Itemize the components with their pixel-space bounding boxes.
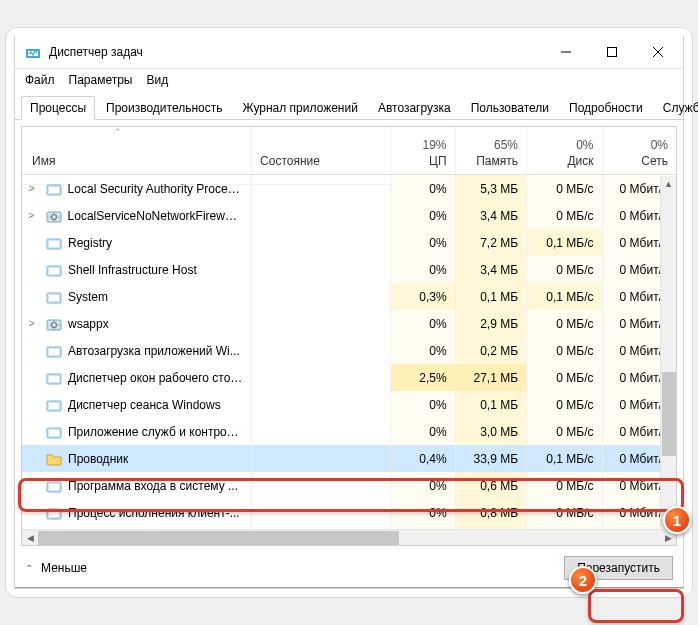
tab-3[interactable]: Автозагрузка: [369, 96, 460, 120]
process-state-cell: [252, 202, 391, 229]
col-cpu[interactable]: 19%ЦП: [391, 127, 456, 174]
process-table: ⌃ Имя Состояние 19%ЦП 65%Память 0%Диск 0…: [21, 126, 677, 546]
menu-file[interactable]: Файл: [25, 73, 55, 87]
expand-icon[interactable]: >: [26, 210, 37, 221]
svg-rect-31: [49, 403, 59, 409]
scroll-left-icon[interactable]: ◀: [22, 530, 38, 545]
table-row[interactable]: Диспетчер окон рабочего стола2,5%27,1 МБ…: [22, 364, 676, 391]
mem-cell: 27,1 МБ: [456, 364, 528, 391]
maximize-button[interactable]: [589, 36, 635, 69]
scroll-thumb[interactable]: [662, 372, 676, 456]
table-row[interactable]: Программа входа в систему ...0%0,6 МБ0 М…: [22, 472, 676, 499]
svg-rect-7: [49, 187, 59, 193]
hscroll-thumb[interactable]: [38, 531, 399, 545]
process-name-cell[interactable]: >wsappx: [22, 310, 252, 337]
table-row[interactable]: Автозагрузка приложений Wi...0%0,2 МБ0 М…: [22, 337, 676, 364]
disk-cell: 0,1 МБ/с: [527, 445, 602, 472]
process-icon: [46, 262, 62, 278]
menu-view[interactable]: Вид: [146, 73, 168, 87]
disk-cell: 0,1 МБ/с: [527, 283, 602, 310]
disk-cell: 0 МБ/с: [527, 256, 602, 283]
minimize-button[interactable]: [543, 36, 589, 69]
scroll-up-icon[interactable]: ▲: [661, 176, 676, 192]
titlebar[interactable]: Диспетчер задач: [15, 36, 683, 69]
table-row[interactable]: Shell Infrastructure Host0%3,4 МБ0 МБ/с0…: [22, 256, 676, 283]
vertical-scrollbar[interactable]: ▲ ▼: [660, 176, 676, 527]
svg-rect-15: [49, 241, 59, 247]
process-name-cell[interactable]: >LocalServiceNoNetworkFirewall ...: [22, 202, 252, 229]
table-row[interactable]: Registry0%7,2 МБ0,1 МБ/с0 Мбит/с: [22, 229, 676, 256]
table-row[interactable]: Проводник0,4%33,9 МБ0,1 МБ/с0 Мбит/с: [22, 445, 676, 472]
process-icon: [46, 343, 62, 359]
table-row[interactable]: >LocalServiceNoNetworkFirewall ...0%3,4 …: [22, 202, 676, 229]
mem-cell: 7,2 МБ: [456, 229, 528, 256]
process-icon: [46, 316, 62, 332]
cpu-cell: 0%: [391, 418, 456, 445]
svg-rect-29: [49, 376, 59, 382]
table-row[interactable]: Процесс исполнения клиент-...0%0,8 МБ0 М…: [22, 499, 676, 526]
fewer-details[interactable]: ⌃ Меньше: [25, 561, 87, 575]
expand-icon[interactable]: >: [26, 183, 37, 194]
disk-cell: 0 МБ/с: [527, 499, 602, 526]
svg-rect-3: [608, 48, 617, 57]
cpu-cell: 0%: [391, 499, 456, 526]
fewer-label: Меньше: [41, 561, 87, 575]
process-name-cell[interactable]: Shell Infrastructure Host: [22, 256, 252, 283]
col-name[interactable]: Имя: [22, 127, 252, 174]
svg-rect-33: [49, 430, 59, 436]
mem-cell: 33,9 МБ: [456, 445, 528, 472]
process-name-cell[interactable]: Программа входа в систему ...: [22, 472, 252, 499]
process-name-cell[interactable]: Диспетчер сеанса Windows: [22, 391, 252, 418]
process-name-cell[interactable]: System: [22, 283, 252, 310]
app-icon: [25, 44, 41, 60]
process-icon: [46, 235, 62, 251]
col-state[interactable]: Состояние: [252, 127, 391, 174]
process-name-cell[interactable]: Проводник: [22, 445, 252, 472]
process-name-cell[interactable]: >Local Security Authority Process...: [22, 175, 252, 202]
process-state-cell: [252, 445, 391, 472]
process-state-cell: [252, 472, 391, 499]
tab-6[interactable]: Службы: [654, 96, 698, 120]
window-title: Диспетчер задач: [49, 45, 143, 59]
table-row[interactable]: System0,3%0,1 МБ0,1 МБ/с0 Мбит/с: [22, 283, 676, 310]
tab-2[interactable]: Журнал приложений: [234, 96, 367, 120]
table-row[interactable]: >Local Security Authority Process...0%5,…: [22, 175, 676, 202]
horizontal-scrollbar[interactable]: ◀ ▶: [22, 529, 676, 545]
mem-cell: 5,3 МБ: [456, 175, 528, 202]
process-name: Автозагрузка приложений Wi...: [68, 344, 240, 358]
col-mem[interactable]: 65%Память: [456, 127, 528, 174]
svg-rect-17: [49, 268, 59, 274]
table-row[interactable]: >wsappx0%2,9 МБ0 МБ/с0 Мбит/с: [22, 310, 676, 337]
annotation-highlight-button: [588, 589, 684, 623]
table-row[interactable]: Диспетчер сеанса Windows0%0,1 МБ0 МБ/с0 …: [22, 391, 676, 418]
process-name: System: [68, 290, 108, 304]
process-state-cell: [252, 283, 391, 310]
menu-options[interactable]: Параметры: [69, 73, 133, 87]
cpu-cell: 0%: [391, 256, 456, 283]
tab-5[interactable]: Подробности: [560, 96, 652, 120]
table-body: >Local Security Authority Process...0%5,…: [22, 175, 676, 546]
process-name-cell[interactable]: Процесс исполнения клиент-...: [22, 499, 252, 526]
process-name: Registry: [68, 236, 112, 250]
tab-0[interactable]: Процессы: [21, 96, 95, 120]
process-name-cell[interactable]: Приложение служб и контрол...: [22, 418, 252, 445]
col-net[interactable]: 0%Сеть: [603, 127, 676, 174]
close-button[interactable]: [635, 36, 681, 69]
mem-cell: 2,9 МБ: [456, 310, 528, 337]
process-name-cell[interactable]: Registry: [22, 229, 252, 256]
process-icon: [46, 451, 62, 467]
mem-cell: 0,1 МБ: [456, 391, 528, 418]
expand-icon[interactable]: >: [26, 318, 37, 329]
menu-bar: Файл Параметры Вид: [15, 69, 683, 93]
table-row[interactable]: Приложение служб и контрол...0%3,0 МБ0 М…: [22, 418, 676, 445]
tab-4[interactable]: Пользователи: [462, 96, 558, 120]
col-disk[interactable]: 0%Диск: [527, 127, 602, 174]
tab-1[interactable]: Производительность: [97, 96, 231, 120]
process-name-cell[interactable]: Автозагрузка приложений Wi...: [22, 337, 252, 364]
chevron-up-icon: ⌃: [25, 563, 33, 574]
cpu-cell: 0,3%: [391, 283, 456, 310]
process-name-cell[interactable]: Диспетчер окон рабочего стола: [22, 364, 252, 391]
process-state-cell: [252, 364, 391, 391]
process-name: Диспетчер сеанса Windows: [68, 398, 221, 412]
sort-indicator-icon: ⌃: [114, 127, 122, 137]
